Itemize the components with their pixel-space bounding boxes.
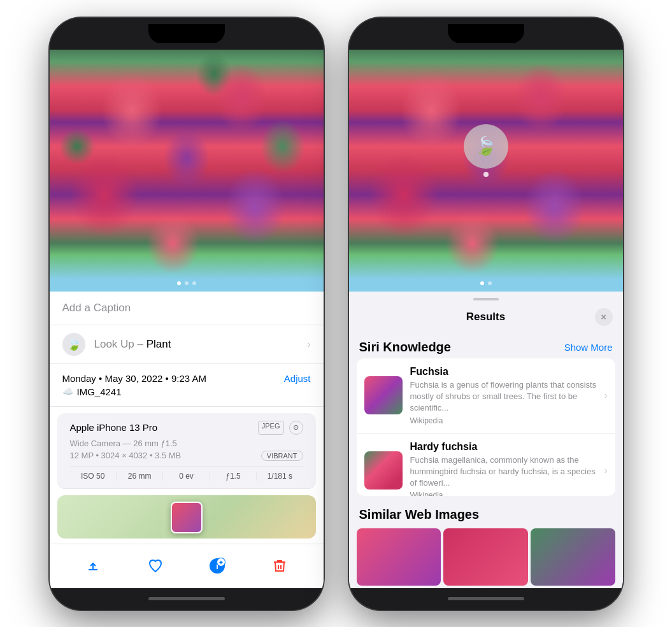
map-bg xyxy=(57,495,316,539)
hardy-info: Hardy fuchsia Fuchsia magellanica, commo… xyxy=(410,441,597,496)
vibrant-badge: VIBRANT xyxy=(261,451,303,461)
date-text: Monday • May 30, 2022 • 9:23 AM xyxy=(62,373,206,384)
fuchsia-info: Fuchsia Fuchsia is a genus of flowering … xyxy=(410,366,597,425)
like-button[interactable] xyxy=(141,552,169,580)
filename-text: IMG_4241 xyxy=(77,386,122,397)
mp-text: 12 MP • 3024 × 4032 • 3.5 MB xyxy=(70,451,182,460)
similar-title: Similar Web Images xyxy=(359,507,480,521)
result-item-fuchsia[interactable]: Fuchsia Fuchsia is a genus of flowering … xyxy=(357,358,615,433)
siri-knowledge-card: Fuchsia Fuchsia is a genus of flowering … xyxy=(357,358,615,495)
siri-visual-circle: 🍃 xyxy=(464,124,508,169)
exif-mm: 26 mm xyxy=(117,472,163,481)
dot2-active xyxy=(480,281,484,285)
flower-photo-2 xyxy=(349,50,623,292)
phone-2: 🍃 Results × Siri Knowledge Show More xyxy=(349,18,623,610)
exif-row: ISO 50 26 mm 0 ev ƒ1.5 1/181 s xyxy=(70,466,303,481)
hardy-chevron: › xyxy=(604,465,608,476)
lookup-icon-circle: 🍃 xyxy=(62,333,85,356)
notch-2 xyxy=(448,24,524,43)
lookup-chevron: › xyxy=(307,339,310,350)
fuchsia-thumbnail xyxy=(364,376,403,414)
adjust-button[interactable]: Adjust xyxy=(284,373,311,384)
screen-2: 🍃 Results × Siri Knowledge Show More xyxy=(349,50,623,588)
siri-dot xyxy=(483,172,489,177)
lookup-row[interactable]: 🍃 Look Up – Plant › xyxy=(50,325,324,364)
camera-section: Apple iPhone 13 Pro JPEG ⊙ Wide Camera —… xyxy=(57,413,316,489)
map-thumbnail xyxy=(171,502,203,533)
siri-leaf-icon: 🍃 xyxy=(475,136,497,157)
results-title: Results xyxy=(377,311,595,323)
fuchsia-name: Fuchsia xyxy=(410,366,597,377)
phone-1: Add a Caption 🍃 Look Up – Plant › Monday… xyxy=(50,18,324,610)
info-button[interactable]: i ✦ xyxy=(203,552,231,580)
bottom-toolbar-1: i ✦ xyxy=(50,544,324,588)
flower-photo-1 xyxy=(50,50,324,292)
dot-1 xyxy=(185,281,189,285)
notch-1 xyxy=(148,24,225,43)
leaf-icon: 🍃 xyxy=(67,337,81,351)
top-bar-2 xyxy=(349,18,623,50)
results-header: Results × xyxy=(349,300,623,334)
camera-detail2: 12 MP • 3024 × 4032 • 3.5 MB VIBRANT xyxy=(70,451,303,461)
exif-aperture: ƒ1.5 xyxy=(210,472,257,481)
similar-img-1[interactable] xyxy=(357,528,441,586)
hardy-source: Wikipedia xyxy=(410,491,597,495)
fuchsia-source: Wikipedia xyxy=(410,416,597,425)
close-button[interactable]: × xyxy=(595,308,613,326)
share-button[interactable] xyxy=(79,552,107,580)
exif-shutter: 1/181 s xyxy=(257,472,303,481)
dot-2 xyxy=(192,281,196,285)
similar-header: Similar Web Images xyxy=(349,501,623,526)
camera-model: Apple iPhone 13 Pro xyxy=(70,422,158,433)
filename-row: ☁️ IMG_4241 xyxy=(62,386,311,397)
result-item-hardy[interactable]: Hardy fuchsia Fuchsia magellanica, commo… xyxy=(357,433,615,496)
photo-dots-1 xyxy=(177,281,196,285)
svg-text:✦: ✦ xyxy=(218,560,224,566)
cloud-icon: ☁️ xyxy=(62,386,73,397)
home-indicator-2 xyxy=(448,597,524,600)
similar-img-2[interactable] xyxy=(443,528,528,586)
results-panel: Results × Siri Knowledge Show More Fuchs… xyxy=(349,292,623,588)
photo-section-1 xyxy=(50,50,324,292)
dot-active xyxy=(177,281,181,285)
hardy-thumbnail xyxy=(364,451,403,490)
dot2-1 xyxy=(488,281,492,285)
photo-section-2: 🍃 xyxy=(349,50,623,292)
info-section: Monday • May 30, 2022 • 9:23 AM Adjust ☁… xyxy=(50,364,324,407)
caption-area[interactable]: Add a Caption xyxy=(50,292,324,325)
screen-1: Add a Caption 🍃 Look Up – Plant › Monday… xyxy=(50,50,324,588)
bottom-bar-2 xyxy=(349,588,623,610)
bottom-bar-1 xyxy=(50,588,324,610)
top-bar-1 xyxy=(50,18,324,50)
map-section xyxy=(57,495,316,539)
photo-dots-2 xyxy=(480,281,492,285)
siri-knowledge-header: Siri Knowledge Show More xyxy=(349,334,623,358)
hardy-description: Fuchsia magellanica, commonly known as t… xyxy=(410,454,597,490)
similar-img-3[interactable] xyxy=(531,528,615,586)
similar-images-row xyxy=(349,526,623,588)
siri-knowledge-title: Siri Knowledge xyxy=(359,340,451,355)
camera-row: Apple iPhone 13 Pro JPEG ⊙ xyxy=(70,421,303,435)
lookup-label: Look Up – Plant xyxy=(94,338,171,351)
home-indicator-1 xyxy=(148,597,225,600)
exif-iso: ISO 50 xyxy=(70,472,117,481)
exif-ev: 0 ev xyxy=(163,472,210,481)
format-badge: JPEG xyxy=(258,421,284,435)
fuchsia-chevron: › xyxy=(604,390,608,400)
hardy-name: Hardy fuchsia xyxy=(410,441,597,453)
camera-detail1: Wide Camera — 26 mm ƒ1.5 xyxy=(70,439,303,448)
date-row: Monday • May 30, 2022 • 9:23 AM Adjust xyxy=(62,373,311,384)
fuchsia-description: Fuchsia is a genus of flowering plants t… xyxy=(410,379,597,414)
camera-badges: JPEG ⊙ xyxy=(258,421,303,435)
show-more-button[interactable]: Show More xyxy=(564,342,613,353)
delete-button[interactable] xyxy=(266,552,294,580)
caption-placeholder: Add a Caption xyxy=(62,302,131,314)
location-badge: ⊙ xyxy=(289,421,303,435)
